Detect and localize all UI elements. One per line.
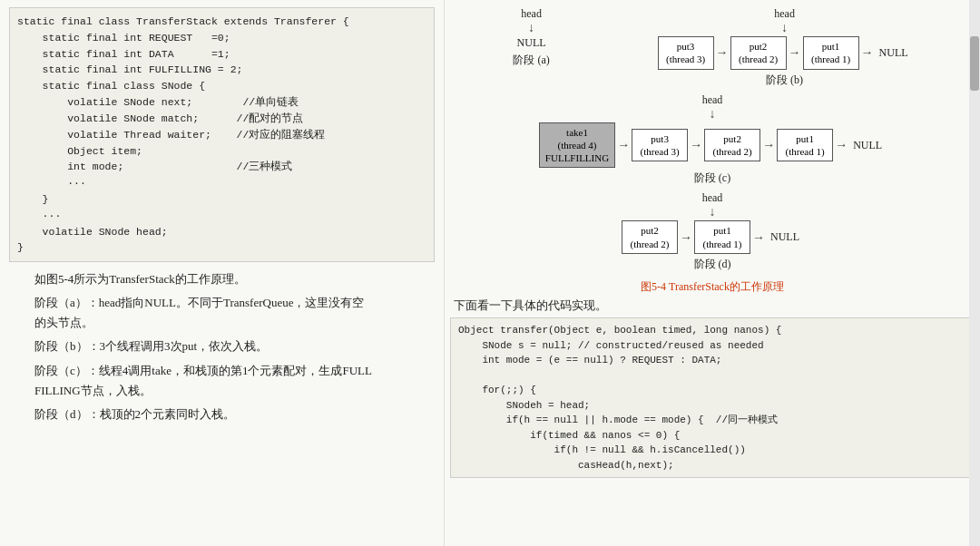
diagrams-top-row: head ↓ NULL 阶段 (a) head ↓ put3(thread 3)… (450, 4, 975, 93)
code-line: } (17, 191, 426, 208)
code-block-left: static final class TransferStack extends… (9, 7, 435, 262)
node-put2: put2(thread 2) (730, 36, 787, 70)
diagram-b-stage: 阶段 (b) (658, 73, 912, 88)
code-line: volatile SNode match; //配对的节点 (17, 111, 426, 127)
diagram-d-head: head (702, 191, 723, 205)
code-line: static final int FULFILLING = 2; (17, 62, 426, 78)
code-line: static final class TransferStack extends… (17, 14, 426, 30)
diagram-c-null: NULL (853, 139, 882, 152)
diagram-a-stage: 阶段 (a) (513, 53, 549, 68)
diagram-b: head ↓ put3(thread 3) → put2(thread 2) →… (658, 7, 912, 93)
code-line: if(h != null && h.isCancelled()) (458, 443, 966, 458)
code-line: ··· (17, 208, 426, 224)
diagram-b-null: NULL (879, 46, 908, 60)
paragraph-b: 阶段（b）：3个线程调用3次put，依次入栈。 (11, 336, 433, 356)
diagram-c-head: head (702, 93, 723, 107)
arrow-c3: → (762, 138, 775, 152)
code-line: Object item; (17, 143, 426, 160)
code-line: Object transfer(Object e, boolean timed,… (458, 323, 966, 338)
code-line: static final int REQUEST =0; (17, 30, 426, 46)
arrow-b2: → (789, 45, 801, 60)
arrow-d1: → (680, 230, 692, 245)
code-block-right: Object transfer(Object e, boolean timed,… (450, 317, 975, 478)
code-line: volatile SNode next; //单向链表 (17, 94, 426, 111)
code-line (458, 368, 966, 384)
diagram-b-head: head (774, 7, 795, 21)
node-c-put2: put2(thread 2) (704, 129, 760, 162)
code-line: if(timed && nanos <= 0) { (458, 428, 966, 444)
code-line: int mode; //三种模式 (17, 159, 426, 175)
code-line: } (17, 239, 426, 256)
code-line: casHead(h,next); (458, 458, 966, 473)
paragraph-a: 阶段（a）：head指向NULL。不同于TransferQueue，这里没有空的… (11, 293, 433, 333)
diagram-caption: 图5-4 TransferStack的工作原理 (450, 279, 975, 295)
arrow-c1: → (617, 138, 630, 152)
paragraph-d: 阶段（d）：栈顶的2个元素同时入栈。 (11, 405, 433, 424)
diagram-b-nodes: put3(thread 3) → put2(thread 2) → put1(t… (658, 36, 912, 70)
diagram-d-null: NULL (770, 230, 799, 244)
code-line: volatile Thread waiter; //对应的阻塞线程 (17, 127, 426, 143)
diagram-d: head ↓ put2(thread 2) → put1(thread 1) →… (450, 191, 975, 278)
scrollbar-thumb[interactable] (970, 36, 979, 91)
code-line: ··· (17, 175, 426, 191)
code-line: volatile SNode head; (17, 224, 426, 240)
diagram-d-nodes: put2(thread 2) → put1(thread 1) → NULL (622, 220, 803, 254)
node-put1: put1(thread 1) (803, 36, 859, 70)
diagram-a-arrow: ↓ (528, 22, 534, 34)
node-put3: put3(thread 3) (658, 36, 714, 70)
arrow-c4: → (835, 138, 848, 152)
code-line: if(h == null || h.mode == mode) { //同一种模… (458, 413, 966, 428)
code-line: int mode = (e == null) ? REQUEST : DATA; (458, 353, 966, 368)
node-c-put3: put3(thread 3) (632, 129, 688, 162)
arrow-b1: → (716, 45, 729, 60)
paragraph-c: 阶段（c）：线程4调用take，和栈顶的第1个元素配对，生成FULLFILLIN… (11, 361, 433, 401)
diagram-c-nodes: take1(thread 4)FULLFILLING → put3(thread… (539, 122, 886, 169)
code-line: static final class SNode { (17, 78, 426, 94)
code-line: SNodeh = head; (458, 398, 966, 414)
diagram-a: head ↓ NULL 阶段 (a) (513, 7, 549, 93)
node-c-put1: put1(thread 1) (777, 129, 833, 162)
arrow-c2: → (690, 138, 702, 152)
left-panel: static final class TransferStack extends… (0, 0, 445, 546)
diagram-a-head: head (521, 7, 542, 21)
node-d-put1: put1(thread 1) (694, 220, 750, 254)
code-line: SNode s = null; // constructed/reused as… (458, 338, 966, 354)
diagram-c: head ↓ take1(thread 4)FULLFILLING → put3… (450, 93, 975, 192)
section-text: 下面看一下具体的代码实现。 (450, 298, 975, 314)
paragraph-intro: 如图5-4所示为TransferStack的工作原理。 (11, 269, 433, 289)
right-panel: head ↓ NULL 阶段 (a) head ↓ put3(thread 3)… (445, 0, 980, 546)
code-line: static final int DATA =1; (17, 46, 426, 63)
node-take1: take1(thread 4)FULLFILLING (539, 122, 615, 169)
diagram-c-arrow: ↓ (710, 108, 716, 121)
diagram-a-null: NULL (517, 36, 546, 50)
diagram-b-arrow: ↓ (781, 22, 788, 34)
scrollbar-track[interactable] (969, 0, 980, 546)
diagram-d-stage: 阶段 (d) (459, 257, 965, 272)
arrow-d2: → (752, 230, 765, 245)
diagram-c-stage: 阶段 (c) (459, 171, 965, 186)
diagram-d-arrow: ↓ (710, 206, 716, 219)
arrow-b3: → (861, 45, 874, 60)
right-wrapper: head ↓ NULL 阶段 (a) head ↓ put3(thread 3)… (445, 0, 980, 546)
code-line: for(;;) { (458, 383, 966, 398)
text-content: 如图5-4所示为TransferStack的工作原理。 阶段（a）：head指向… (9, 269, 435, 424)
node-d-put2: put2(thread 2) (622, 220, 678, 254)
